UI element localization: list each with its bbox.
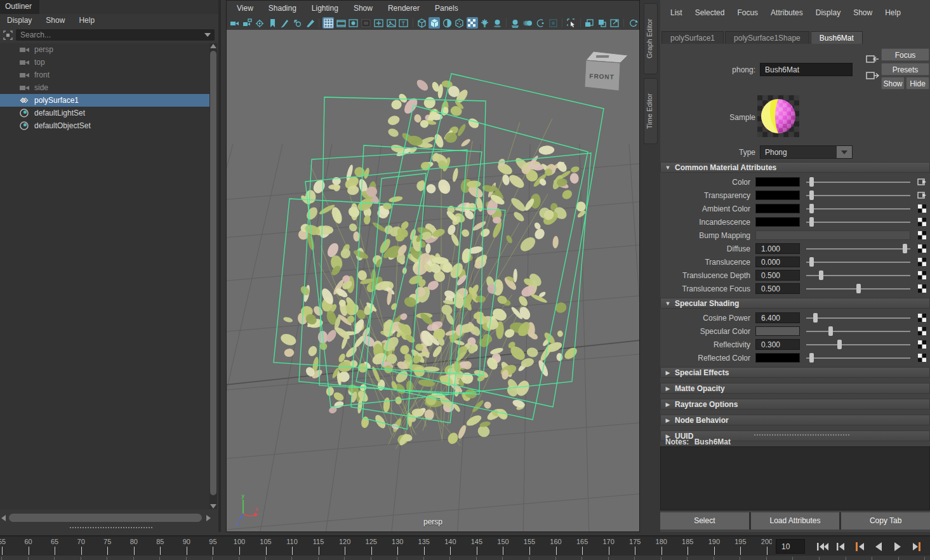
color-swatch[interactable] <box>755 353 800 363</box>
half-shade-sphere-icon[interactable] <box>441 17 453 29</box>
viewport-menu-panels[interactable]: Panels <box>427 3 466 14</box>
tear-off-panel-icon[interactable] <box>609 17 620 29</box>
slider-handle[interactable] <box>809 177 814 187</box>
outliner-item-top[interactable]: top <box>0 56 212 69</box>
viewport-menu-renderer[interactable]: Renderer <box>380 3 427 14</box>
select-tool-icon[interactable] <box>566 17 577 29</box>
isolate-add-icon[interactable] <box>597 17 608 29</box>
attribute-slider[interactable] <box>806 217 910 227</box>
attribute-slider[interactable] <box>806 177 910 187</box>
shadows-icon[interactable] <box>491 17 503 29</box>
image-plane-icon[interactable] <box>385 17 397 29</box>
tab-time-editor[interactable]: Time Editor <box>644 78 658 144</box>
scroll-right-icon[interactable] <box>206 515 211 521</box>
ae-menu-list[interactable]: List <box>664 7 689 18</box>
refresh-icon[interactable] <box>627 17 639 29</box>
step-back-key-icon[interactable] <box>834 540 849 554</box>
slider-handle[interactable] <box>809 353 814 363</box>
motion-blur-icon[interactable] <box>522 17 534 29</box>
map-checker-icon[interactable] <box>917 313 927 323</box>
map-checker-icon[interactable] <box>917 217 927 227</box>
ae-menu-focus[interactable]: Focus <box>731 7 764 18</box>
play-forwards-icon[interactable] <box>891 540 907 554</box>
ae-menu-attributes[interactable]: Attributes <box>764 7 809 18</box>
outliner-vertical-scrollbar[interactable] <box>209 43 217 509</box>
ae-menu-selected[interactable]: Selected <box>689 7 731 18</box>
camera-lock-icon[interactable] <box>242 17 253 29</box>
isolate-select-icon[interactable] <box>584 17 595 29</box>
ae-menu-help[interactable]: Help <box>879 7 907 18</box>
resolution-gate-icon[interactable] <box>348 17 359 29</box>
pencil-icon[interactable] <box>305 17 316 29</box>
value-field[interactable]: 0.000 <box>755 257 800 267</box>
tab-bush6mat[interactable]: Bush6Mat <box>811 31 863 44</box>
map-checker-icon[interactable] <box>917 270 927 280</box>
ae-menu-display[interactable]: Display <box>809 7 847 18</box>
load-attributes-button[interactable]: Load Attributes <box>751 512 840 530</box>
color-swatch[interactable] <box>755 326 800 336</box>
material-type-dropdown[interactable]: Phong <box>760 145 853 159</box>
slider-handle[interactable] <box>813 313 818 323</box>
search-input[interactable] <box>16 30 204 39</box>
map-checker-icon[interactable] <box>917 353 927 363</box>
default-light-icon[interactable] <box>479 17 491 29</box>
section-header-matte-opacity[interactable]: ▶Matte Opacity <box>660 383 930 394</box>
outliner-panel-tab[interactable]: Outliner <box>0 0 39 14</box>
slider-handle[interactable] <box>809 257 814 267</box>
map-checker-icon[interactable] <box>917 257 927 267</box>
slider-handle[interactable] <box>819 270 823 280</box>
step-forward-frame-icon[interactable] <box>910 540 926 554</box>
slider-handle[interactable] <box>809 217 814 227</box>
gate-mask-icon[interactable] <box>361 17 372 29</box>
connection-icon[interactable] <box>917 190 927 200</box>
section-header-specular-shading[interactable]: ▼Specular Shading <box>660 298 930 309</box>
input-connections-icon[interactable] <box>865 53 879 65</box>
viewport-canvas[interactable]: FRONTyxz persp <box>227 30 639 531</box>
current-frame-field[interactable] <box>776 539 805 554</box>
value-field[interactable]: 1.000 <box>755 243 800 254</box>
value-field[interactable]: 0.300 <box>755 339 800 350</box>
field-chart-icon[interactable] <box>373 17 384 29</box>
grease-pencil-icon[interactable] <box>279 17 291 29</box>
slider-handle[interactable] <box>856 284 861 293</box>
color-swatch[interactable] <box>755 204 800 213</box>
scroll-up-icon[interactable] <box>210 44 216 48</box>
material-sample-swatch[interactable] <box>757 95 799 137</box>
pivot-icon[interactable] <box>292 17 303 29</box>
attribute-slider[interactable] <box>806 340 910 349</box>
section-header-special-effects[interactable]: ▶Special Effects <box>660 367 930 378</box>
panel-resize-handle[interactable] <box>70 527 152 528</box>
grid-icon[interactable] <box>322 17 334 29</box>
bump-map-field[interactable] <box>755 230 910 240</box>
outliner-item-polysurface1[interactable]: polySurface1 <box>0 94 212 107</box>
vertical-scroll-thumb[interactable] <box>210 51 216 495</box>
attribute-slider[interactable] <box>806 204 910 213</box>
range-slider[interactable] <box>0 557 930 560</box>
slider-handle[interactable] <box>809 190 814 200</box>
bookmark-icon[interactable] <box>267 17 278 29</box>
shaded-cube-icon[interactable] <box>428 17 440 29</box>
copy-tab-button[interactable]: Copy Tab <box>841 512 930 530</box>
attribute-slider[interactable] <box>806 270 910 280</box>
frame-ruler[interactable]: 5560657075808590951001051101151201251301… <box>0 537 772 557</box>
outliner-item-defaultobjectset[interactable]: defaultObjectSet <box>0 119 212 132</box>
section-header-raytrace-options[interactable]: ▶Raytrace Options <box>660 399 930 410</box>
tab-polysurface1[interactable]: polySurface1 <box>661 31 724 44</box>
outliner-menu-display[interactable]: Display <box>0 15 39 26</box>
viewport-menu-shading[interactable]: Shading <box>261 3 304 14</box>
select-button[interactable]: Select <box>660 512 749 530</box>
use-all-lights-icon[interactable] <box>467 17 478 29</box>
notes-resize-handle[interactable] <box>754 434 849 436</box>
focus-button[interactable]: Focus <box>881 48 929 61</box>
search-dropdown-icon[interactable] <box>204 33 211 37</box>
attribute-slider[interactable] <box>806 353 910 363</box>
map-checker-icon[interactable] <box>917 284 927 293</box>
go-to-start-icon[interactable] <box>815 540 830 554</box>
section-header-node-behavior[interactable]: ▶Node Behavior <box>660 415 930 425</box>
outliner-menu-help[interactable]: Help <box>72 15 102 26</box>
viewport-menu-lighting[interactable]: Lighting <box>304 3 346 14</box>
outliner-horizontal-scrollbar[interactable] <box>1 513 211 523</box>
play-backwards-icon[interactable] <box>872 540 887 554</box>
show-button[interactable]: Show <box>881 77 905 90</box>
slider-handle[interactable] <box>809 204 814 213</box>
